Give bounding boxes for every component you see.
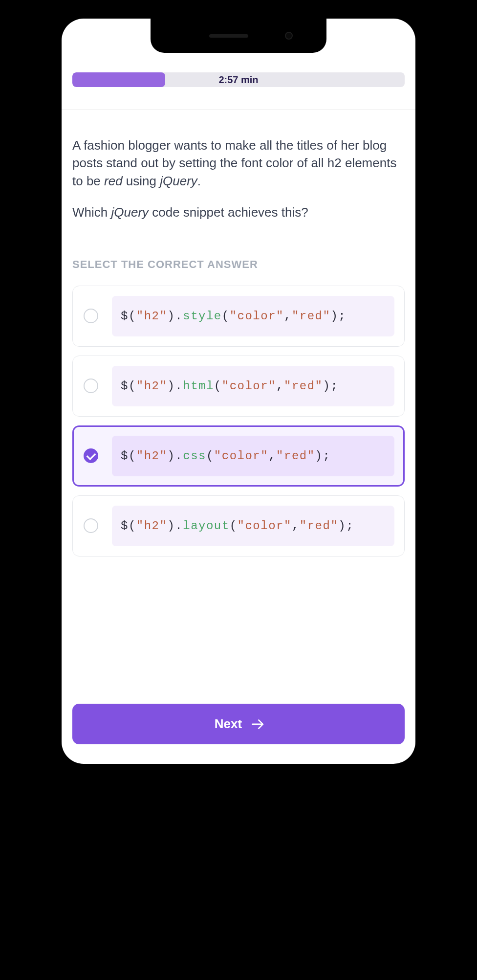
camera-icon <box>285 32 293 40</box>
code-token: , <box>292 519 300 533</box>
code-token: ( <box>230 519 238 533</box>
code-token: ). <box>167 449 183 463</box>
code-token: ( <box>206 449 214 463</box>
radio-icon <box>84 379 98 393</box>
phone-screen: 2:57 min A fashion blogger wants to make… <box>62 19 415 764</box>
arrow-right-icon <box>250 719 262 729</box>
answer-option-2[interactable]: $("h2").html("color","red"); <box>72 356 405 417</box>
code-snippet: $("h2").css("color","red"); <box>112 436 394 476</box>
radio-checked-icon <box>84 448 98 463</box>
select-answer-label: SELECT THE CORRECT ANSWER <box>72 258 405 271</box>
code-token: ); <box>330 310 346 323</box>
question-emphasis: jQuery <box>111 205 149 220</box>
code-function: css <box>183 449 206 463</box>
code-function: style <box>183 310 222 323</box>
code-string: "color" <box>238 519 292 533</box>
code-token: ( <box>222 310 230 323</box>
phone-notch <box>151 19 326 53</box>
radio-icon <box>84 518 98 533</box>
code-token: ); <box>323 379 339 393</box>
quiz-content: 2:57 min A fashion blogger wants to make… <box>62 19 415 764</box>
code-token: , <box>284 310 292 323</box>
code-string: "h2" <box>136 310 168 323</box>
code-string: "red" <box>292 310 331 323</box>
code-token: $( <box>121 449 136 463</box>
code-string: "red" <box>300 519 339 533</box>
answer-option-1[interactable]: $("h2").style("color","red"); <box>72 286 405 347</box>
question-segment: code snippet achieves this? <box>149 205 308 220</box>
question-segment: . <box>197 174 201 188</box>
code-token: ); <box>315 449 331 463</box>
answers-list: $("h2").style("color","red"); $("h2").ht… <box>72 286 405 557</box>
timer-text: 2:57 min <box>72 72 405 87</box>
code-function: layout <box>183 519 229 533</box>
next-button-label: Next <box>215 716 242 732</box>
code-token: ). <box>167 310 183 323</box>
question-text-line1: A fashion blogger wants to make all the … <box>72 136 405 190</box>
question-emphasis: jQuery <box>160 174 197 188</box>
code-string: "red" <box>276 449 315 463</box>
code-token: $( <box>121 310 136 323</box>
radio-icon <box>84 309 98 323</box>
code-token: ). <box>167 519 183 533</box>
question-segment: Which <box>72 205 111 220</box>
code-string: "red" <box>284 379 323 393</box>
section-divider <box>62 109 415 110</box>
code-string: "color" <box>214 449 268 463</box>
next-button[interactable]: Next <box>72 704 405 744</box>
code-token: , <box>276 379 284 393</box>
code-string: "h2" <box>136 449 168 463</box>
answer-option-4[interactable]: $("h2").layout("color","red"); <box>72 495 405 557</box>
code-token: , <box>268 449 276 463</box>
code-snippet: $("h2").layout("color","red"); <box>112 506 394 546</box>
speaker-icon <box>209 34 248 38</box>
question-text-line2: Which jQuery code snippet achieves this? <box>72 203 405 221</box>
code-snippet: $("h2").html("color","red"); <box>112 366 394 406</box>
phone-frame: 2:57 min A fashion blogger wants to make… <box>53 10 424 773</box>
code-string: "h2" <box>136 379 168 393</box>
code-string: "h2" <box>136 519 168 533</box>
answer-option-3[interactable]: $("h2").css("color","red"); <box>72 425 405 487</box>
code-token: $( <box>121 519 136 533</box>
code-snippet: $("h2").style("color","red"); <box>112 296 394 336</box>
code-token: ( <box>214 379 222 393</box>
code-token: $( <box>121 379 136 393</box>
code-token: ). <box>167 379 183 393</box>
code-token: ); <box>338 519 354 533</box>
question-emphasis: red <box>104 174 123 188</box>
code-function: html <box>183 379 214 393</box>
progress-bar: 2:57 min <box>72 72 405 87</box>
question-segment: using <box>123 174 160 188</box>
code-string: "color" <box>230 310 284 323</box>
code-string: "color" <box>222 379 276 393</box>
